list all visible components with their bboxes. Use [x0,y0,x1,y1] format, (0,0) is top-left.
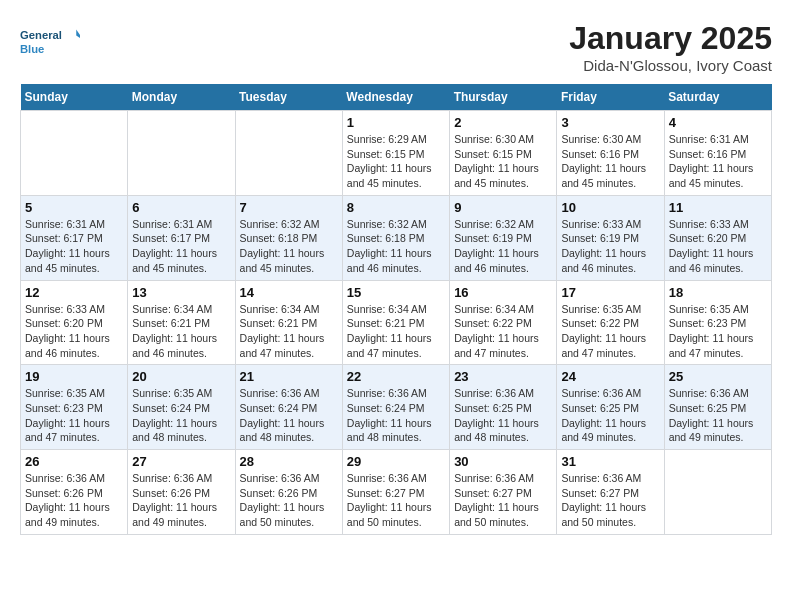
table-row: 30Sunrise: 6:36 AM Sunset: 6:27 PM Dayli… [450,450,557,535]
day-info: Sunrise: 6:34 AM Sunset: 6:21 PM Dayligh… [132,302,230,361]
day-info: Sunrise: 6:36 AM Sunset: 6:26 PM Dayligh… [25,471,123,530]
day-info: Sunrise: 6:35 AM Sunset: 6:22 PM Dayligh… [561,302,659,361]
header-tuesday: Tuesday [235,84,342,111]
table-row [21,111,128,196]
day-number: 26 [25,454,123,469]
day-number: 12 [25,285,123,300]
table-row: 28Sunrise: 6:36 AM Sunset: 6:26 PM Dayli… [235,450,342,535]
table-row: 19Sunrise: 6:35 AM Sunset: 6:23 PM Dayli… [21,365,128,450]
day-info: Sunrise: 6:36 AM Sunset: 6:24 PM Dayligh… [347,386,445,445]
day-number: 3 [561,115,659,130]
table-row: 6Sunrise: 6:31 AM Sunset: 6:17 PM Daylig… [128,195,235,280]
day-number: 23 [454,369,552,384]
day-number: 27 [132,454,230,469]
day-info: Sunrise: 6:31 AM Sunset: 6:16 PM Dayligh… [669,132,767,191]
day-info: Sunrise: 6:36 AM Sunset: 6:24 PM Dayligh… [240,386,338,445]
day-number: 22 [347,369,445,384]
day-info: Sunrise: 6:30 AM Sunset: 6:15 PM Dayligh… [454,132,552,191]
day-info: Sunrise: 6:36 AM Sunset: 6:26 PM Dayligh… [240,471,338,530]
day-info: Sunrise: 6:33 AM Sunset: 6:19 PM Dayligh… [561,217,659,276]
day-info: Sunrise: 6:36 AM Sunset: 6:27 PM Dayligh… [454,471,552,530]
table-row: 27Sunrise: 6:36 AM Sunset: 6:26 PM Dayli… [128,450,235,535]
table-row [235,111,342,196]
day-info: Sunrise: 6:35 AM Sunset: 6:24 PM Dayligh… [132,386,230,445]
day-info: Sunrise: 6:34 AM Sunset: 6:21 PM Dayligh… [347,302,445,361]
day-info: Sunrise: 6:35 AM Sunset: 6:23 PM Dayligh… [25,386,123,445]
table-row: 23Sunrise: 6:36 AM Sunset: 6:25 PM Dayli… [450,365,557,450]
day-info: Sunrise: 6:36 AM Sunset: 6:25 PM Dayligh… [454,386,552,445]
table-row: 9Sunrise: 6:32 AM Sunset: 6:19 PM Daylig… [450,195,557,280]
table-row: 7Sunrise: 6:32 AM Sunset: 6:18 PM Daylig… [235,195,342,280]
day-info: Sunrise: 6:29 AM Sunset: 6:15 PM Dayligh… [347,132,445,191]
day-number: 1 [347,115,445,130]
header-wednesday: Wednesday [342,84,449,111]
day-info: Sunrise: 6:36 AM Sunset: 6:25 PM Dayligh… [561,386,659,445]
day-info: Sunrise: 6:30 AM Sunset: 6:16 PM Dayligh… [561,132,659,191]
table-row: 13Sunrise: 6:34 AM Sunset: 6:21 PM Dayli… [128,280,235,365]
day-info: Sunrise: 6:31 AM Sunset: 6:17 PM Dayligh… [25,217,123,276]
day-number: 29 [347,454,445,469]
day-number: 20 [132,369,230,384]
table-row: 4Sunrise: 6:31 AM Sunset: 6:16 PM Daylig… [664,111,771,196]
day-number: 4 [669,115,767,130]
table-row: 26Sunrise: 6:36 AM Sunset: 6:26 PM Dayli… [21,450,128,535]
table-row: 1Sunrise: 6:29 AM Sunset: 6:15 PM Daylig… [342,111,449,196]
day-info: Sunrise: 6:35 AM Sunset: 6:23 PM Dayligh… [669,302,767,361]
table-row: 20Sunrise: 6:35 AM Sunset: 6:24 PM Dayli… [128,365,235,450]
day-info: Sunrise: 6:36 AM Sunset: 6:27 PM Dayligh… [347,471,445,530]
table-row: 22Sunrise: 6:36 AM Sunset: 6:24 PM Dayli… [342,365,449,450]
table-row: 14Sunrise: 6:34 AM Sunset: 6:21 PM Dayli… [235,280,342,365]
calendar-week-row: 1Sunrise: 6:29 AM Sunset: 6:15 PM Daylig… [21,111,772,196]
day-number: 14 [240,285,338,300]
table-row: 18Sunrise: 6:35 AM Sunset: 6:23 PM Dayli… [664,280,771,365]
calendar-week-row: 5Sunrise: 6:31 AM Sunset: 6:17 PM Daylig… [21,195,772,280]
table-row: 2Sunrise: 6:30 AM Sunset: 6:15 PM Daylig… [450,111,557,196]
header-thursday: Thursday [450,84,557,111]
table-row [664,450,771,535]
calendar-body: 1Sunrise: 6:29 AM Sunset: 6:15 PM Daylig… [21,111,772,535]
table-row: 16Sunrise: 6:34 AM Sunset: 6:22 PM Dayli… [450,280,557,365]
calendar-week-row: 12Sunrise: 6:33 AM Sunset: 6:20 PM Dayli… [21,280,772,365]
header-friday: Friday [557,84,664,111]
day-number: 30 [454,454,552,469]
day-number: 11 [669,200,767,215]
day-info: Sunrise: 6:33 AM Sunset: 6:20 PM Dayligh… [25,302,123,361]
table-row: 8Sunrise: 6:32 AM Sunset: 6:18 PM Daylig… [342,195,449,280]
svg-marker-2 [76,29,80,40]
logo-svg: General Blue [20,20,80,65]
day-info: Sunrise: 6:31 AM Sunset: 6:17 PM Dayligh… [132,217,230,276]
table-row: 3Sunrise: 6:30 AM Sunset: 6:16 PM Daylig… [557,111,664,196]
day-number: 31 [561,454,659,469]
header-monday: Monday [128,84,235,111]
day-number: 2 [454,115,552,130]
table-row: 11Sunrise: 6:33 AM Sunset: 6:20 PM Dayli… [664,195,771,280]
table-row: 12Sunrise: 6:33 AM Sunset: 6:20 PM Dayli… [21,280,128,365]
table-row [128,111,235,196]
table-row: 25Sunrise: 6:36 AM Sunset: 6:25 PM Dayli… [664,365,771,450]
calendar-table: Sunday Monday Tuesday Wednesday Thursday… [20,84,772,535]
table-row: 21Sunrise: 6:36 AM Sunset: 6:24 PM Dayli… [235,365,342,450]
calendar-week-row: 19Sunrise: 6:35 AM Sunset: 6:23 PM Dayli… [21,365,772,450]
day-info: Sunrise: 6:36 AM Sunset: 6:26 PM Dayligh… [132,471,230,530]
day-info: Sunrise: 6:36 AM Sunset: 6:27 PM Dayligh… [561,471,659,530]
header: General Blue January 2025 Dida-N'Glossou… [20,20,772,74]
table-row: 31Sunrise: 6:36 AM Sunset: 6:27 PM Dayli… [557,450,664,535]
day-number: 17 [561,285,659,300]
day-number: 28 [240,454,338,469]
day-number: 7 [240,200,338,215]
day-info: Sunrise: 6:36 AM Sunset: 6:25 PM Dayligh… [669,386,767,445]
day-number: 5 [25,200,123,215]
day-number: 15 [347,285,445,300]
calendar-subtitle: Dida-N'Glossou, Ivory Coast [569,57,772,74]
day-number: 6 [132,200,230,215]
table-row: 17Sunrise: 6:35 AM Sunset: 6:22 PM Dayli… [557,280,664,365]
day-info: Sunrise: 6:32 AM Sunset: 6:19 PM Dayligh… [454,217,552,276]
day-number: 19 [25,369,123,384]
day-number: 18 [669,285,767,300]
day-number: 24 [561,369,659,384]
table-row: 5Sunrise: 6:31 AM Sunset: 6:17 PM Daylig… [21,195,128,280]
day-info: Sunrise: 6:34 AM Sunset: 6:22 PM Dayligh… [454,302,552,361]
day-number: 10 [561,200,659,215]
day-number: 13 [132,285,230,300]
table-row: 10Sunrise: 6:33 AM Sunset: 6:19 PM Dayli… [557,195,664,280]
